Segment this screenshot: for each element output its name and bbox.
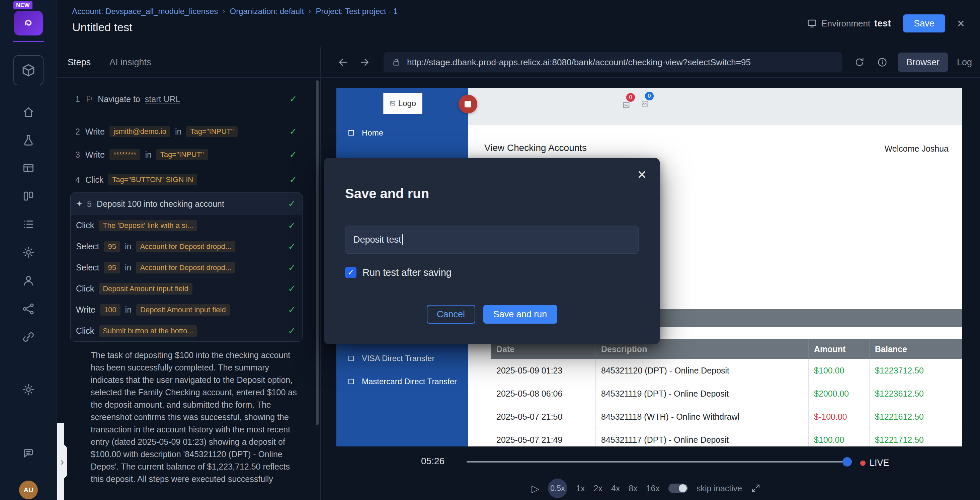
col-header-balance: Balance	[870, 339, 962, 359]
cell-date: 2025-05-07 21:50	[491, 405, 596, 428]
checkbox-checked-icon[interactable]: ✓	[345, 267, 356, 278]
sidebar-item-tests[interactable]	[13, 55, 43, 85]
check-icon: ✓	[289, 94, 297, 104]
flask-icon	[22, 134, 35, 146]
sidebar-item-users[interactable]	[21, 273, 36, 288]
sidebar-item-integrations[interactable]	[21, 301, 36, 316]
info-icon[interactable]	[877, 57, 888, 68]
forward-icon[interactable]	[359, 57, 370, 68]
skip-inactive-toggle[interactable]	[668, 484, 688, 493]
step-row-3[interactable]: 3 Write ******** in Tag="INPUT" ✓	[57, 145, 320, 165]
step-action: Navigate to	[98, 94, 140, 104]
step-target-tag[interactable]: Tag="INPUT"	[186, 126, 238, 137]
run-after-saving-checkbox[interactable]: ✓ Run test after saving	[345, 267, 452, 278]
user-avatar[interactable]: AU	[19, 481, 38, 499]
breadcrumb-project[interactable]: Project: Test project - 1	[316, 7, 398, 16]
bank-topbar: 0 0 User Avat	[468, 88, 962, 125]
logo-glyph-icon	[21, 16, 36, 30]
check-icon: ✓	[288, 326, 296, 336]
save-and-run-modal: × Save and run Deposit test ✓ Run test a…	[324, 158, 660, 344]
breadcrumb-account[interactable]: Account: Devspace_all_module_licenses	[72, 7, 218, 16]
substep-row[interactable]: Click Deposit Amount input field ✓	[71, 278, 302, 299]
step-group-header[interactable]: ✦ 5 Deposit 100 into checking account ✓	[71, 193, 302, 215]
speed-1x[interactable]: 1x	[576, 484, 585, 493]
step-target-tag[interactable]: The 'Deposit' link with a si...	[99, 220, 197, 231]
modal-close-icon[interactable]: ×	[637, 167, 646, 182]
sidebar-item-lab[interactable]	[21, 133, 36, 148]
step-target-tag[interactable]: Account for Deposit dropd...	[136, 262, 235, 274]
sidebar-item-runs[interactable]	[21, 189, 36, 204]
step-target-tag[interactable]: Account for Deposit dropd...	[136, 241, 235, 252]
save-button[interactable]: Save	[903, 14, 945, 32]
sidebar-item-home[interactable]	[21, 105, 36, 119]
fullscreen-icon[interactable]	[751, 483, 761, 493]
live-indicator[interactable]: LIVE	[860, 458, 889, 468]
page-title: Untitled test	[72, 21, 132, 34]
step-target-tag[interactable]: Deposit Amount input field	[136, 304, 230, 315]
substep-row[interactable]: Select 95 in Account for Deposit dropd..…	[71, 236, 302, 257]
sidebar-item-logs[interactable]	[21, 217, 36, 232]
step-target-tag[interactable]: Deposit Amount input field	[99, 283, 192, 295]
speed-2x[interactable]: 2x	[593, 484, 602, 493]
tab-log[interactable]: Log	[957, 57, 972, 68]
speed-16x[interactable]: 16x	[646, 484, 660, 493]
url-bar[interactable]: http://stage.dbank.prod-apps.relicx.ai:8…	[383, 52, 842, 72]
sidebar-item-links[interactable]	[21, 330, 36, 344]
network-icon	[22, 303, 35, 315]
live-dot-icon	[860, 460, 865, 466]
substep-row[interactable]: Click Submit button at the botto... ✓	[71, 320, 302, 341]
step-value-tag[interactable]: 95	[104, 262, 120, 274]
sidebar-item-feedback[interactable]	[21, 446, 36, 461]
step-target-tag[interactable]: Tag="BUTTON" SIGN IN	[108, 174, 197, 185]
scrubber-knob[interactable]	[842, 457, 852, 467]
step-row-1[interactable]: 1 ⚐ Navigate to start URL ✓	[57, 89, 320, 109]
step-row-4[interactable]: 4 Click Tag="BUTTON" SIGN IN ✓	[57, 170, 320, 190]
speed-4x[interactable]: 4x	[611, 484, 620, 493]
step-target-tag[interactable]: Submit button at the botto...	[99, 325, 197, 337]
sparkle-icon: ✦	[76, 199, 83, 209]
step-target-tag[interactable]: Tag="INPUT"	[156, 149, 208, 160]
check-icon: ✓	[288, 283, 296, 294]
close-icon[interactable]: ×	[957, 17, 965, 30]
step-value-tag[interactable]: jsmith@demo.io	[110, 126, 170, 137]
cancel-button[interactable]: Cancel	[427, 305, 475, 323]
substep-row[interactable]: Click The 'Deposit' link with a si... ✓	[71, 215, 302, 236]
record-button[interactable]	[458, 95, 477, 113]
back-icon[interactable]	[337, 57, 349, 68]
check-icon: ✓	[288, 199, 296, 209]
environment-selector[interactable]: Environment test	[807, 18, 891, 29]
refresh-icon[interactable]	[854, 57, 865, 68]
steps-scrollbar[interactable]	[316, 80, 319, 425]
substep-row[interactable]: Write 100 in Deposit Amount input field …	[71, 299, 302, 320]
step-value-tag[interactable]: 100	[100, 304, 121, 315]
step-action: Select	[76, 263, 99, 272]
sidebar-item-settings[interactable]	[21, 382, 36, 397]
test-name-input[interactable]: Deposit test	[345, 226, 639, 254]
cell-description: 845321117 (DPT) - Online Deposit	[596, 428, 809, 446]
panel-collapse-handle[interactable]: ›	[57, 444, 67, 479]
playback-scrubber[interactable]	[466, 461, 851, 462]
speed-0-5x[interactable]: 0.5x	[548, 479, 567, 498]
breadcrumb-organization[interactable]: Organization: default	[230, 7, 304, 16]
message-bell[interactable]: 0	[641, 100, 649, 108]
app-logo[interactable]	[14, 11, 43, 35]
substep-row[interactable]: Select 95 in Account for Deposit dropd..…	[71, 257, 302, 278]
sidebar-item-suites[interactable]	[21, 161, 36, 175]
check-icon: ✓	[288, 241, 296, 252]
tab-ai-insights[interactable]: AI insights	[110, 57, 151, 68]
step-number: 5	[87, 199, 92, 209]
step-row-2[interactable]: 2 Write jsmith@demo.io in Tag="INPUT" ✓	[57, 121, 320, 142]
tab-steps[interactable]: Steps	[68, 57, 91, 68]
speed-8x[interactable]: 8x	[628, 484, 637, 493]
tab-browser[interactable]: Browser	[898, 53, 948, 72]
bank-nav-mastercard-transfer[interactable]: Mastercard Direct Transfer	[348, 376, 457, 387]
step-value-tag[interactable]: ********	[110, 149, 141, 160]
bank-nav-visa-transfer[interactable]: VISA Direct Transfer	[348, 353, 434, 364]
notification-bell[interactable]: 0	[622, 101, 631, 109]
step-value-tag[interactable]: 95	[104, 241, 120, 252]
sidebar-item-config[interactable]	[21, 245, 36, 260]
save-and-run-button[interactable]: Save and run	[483, 305, 557, 323]
start-url-link[interactable]: start URL	[145, 94, 180, 104]
play-icon[interactable]: ▷	[531, 482, 539, 494]
bank-nav-label: VISA Direct Transfer	[362, 354, 434, 363]
